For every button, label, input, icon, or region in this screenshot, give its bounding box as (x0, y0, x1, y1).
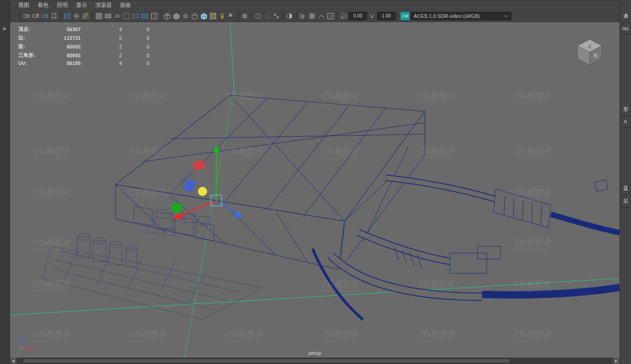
smooth-shade-icon[interactable] (172, 12, 181, 20)
snap-curve-icon[interactable] (317, 12, 325, 20)
lock-camera-icon[interactable] (32, 12, 40, 20)
grid-icon[interactable] (95, 12, 103, 20)
camera-settings-icon[interactable] (41, 12, 49, 20)
wireframe-scene (10, 22, 620, 358)
svg-point-2 (37, 13, 39, 15)
exposure-icon[interactable] (285, 12, 294, 20)
gate-mask-icon[interactable] (113, 12, 121, 20)
scroll-thumb[interactable] (23, 359, 510, 363)
svg-point-18 (230, 17, 234, 19)
menu-renderer[interactable]: 渲染器 (95, 1, 112, 9)
svg-line-58 (60, 251, 239, 292)
viewport[interactable]: 顶点: 56367 4 0边: 113731 5 0面: 60692 2 0三角… (10, 22, 620, 358)
display-tab[interactable]: 显 (620, 182, 631, 195)
svg-line-111 (22, 348, 32, 350)
menu-view[interactable]: 视图 (18, 1, 29, 9)
svg-point-103 (198, 187, 207, 196)
stat-label: 边: (18, 33, 44, 42)
image-plane-icon[interactable] (63, 12, 71, 20)
svg-point-25 (277, 16, 279, 18)
svg-line-113 (19, 348, 22, 350)
film-gate-icon[interactable] (104, 12, 112, 20)
stat-value: 0 (122, 60, 149, 67)
wireframe-icon[interactable] (163, 12, 171, 20)
stat-value: 113731 (44, 33, 81, 42)
gamma-icon[interactable] (368, 12, 376, 20)
snap-grid-icon[interactable] (308, 12, 316, 20)
stat-value: 2 (81, 51, 122, 60)
refresh-icon[interactable] (340, 12, 348, 20)
select-mode-icon[interactable] (299, 12, 307, 20)
exposure-input[interactable] (349, 12, 367, 20)
expand-left-icon[interactable] (2, 26, 8, 32)
svg-line-34 (230, 22, 235, 95)
stat-value: 60692 (44, 51, 81, 60)
channel-tab[interactable]: 通 (620, 10, 631, 23)
svg-line-65 (187, 269, 207, 308)
menu-panels[interactable]: 面板 (120, 1, 131, 9)
modeling-tab[interactable]: mc (620, 23, 631, 34)
svg-rect-6 (106, 15, 110, 17)
stat-value: 4 (81, 60, 122, 67)
menu-lighting[interactable]: 照明 (57, 1, 68, 9)
stat-label: 面: (18, 42, 44, 51)
svg-marker-57 (42, 246, 262, 320)
stat-label: 三角形: (18, 51, 44, 60)
gamma-input[interactable] (377, 12, 395, 20)
svg-point-16 (221, 14, 224, 16)
scroll-left-icon[interactable]: ◄ (10, 358, 16, 364)
svg-rect-9 (124, 13, 129, 19)
stat-value: 60692 (44, 42, 81, 51)
svg-rect-12 (143, 15, 147, 17)
xray-icon[interactable] (254, 12, 262, 20)
view-cube[interactable]: 上 右 (574, 36, 606, 68)
color-management-badge[interactable]: CM (401, 12, 410, 20)
svg-line-63 (127, 256, 143, 292)
field-chart-icon[interactable] (122, 12, 131, 20)
snap-point-icon[interactable] (326, 12, 335, 20)
wire-on-shaded-icon[interactable] (200, 12, 208, 20)
bookmark-icon[interactable] (50, 12, 58, 20)
use-all-lights-icon[interactable] (181, 12, 190, 20)
safe-action-icon[interactable] (132, 12, 140, 20)
grease-pencil-icon[interactable] (82, 12, 90, 20)
svg-marker-92 (594, 180, 608, 191)
left-gutter (0, 0, 10, 364)
stat-value: 0 (122, 51, 149, 60)
svg-rect-28 (313, 14, 314, 16)
axis-gizmo: z x (18, 335, 35, 351)
menu-display[interactable]: 显示 (76, 1, 87, 9)
resolution-gate-icon[interactable] (150, 12, 158, 20)
stat-value: 2 (81, 42, 122, 51)
stat-value: 0 (122, 25, 149, 33)
node-tab[interactable]: n (620, 116, 631, 127)
shape-tab[interactable]: 形 (620, 103, 631, 116)
safe-title-icon[interactable] (141, 12, 149, 20)
xray-active-icon[interactable] (263, 12, 271, 20)
shadows-toggle-icon[interactable] (227, 12, 236, 20)
stat-label: 顶点: (18, 25, 44, 33)
menu-shading[interactable]: 着色 (38, 1, 49, 9)
stat-value: 0 (122, 42, 149, 51)
xray-joints-icon[interactable] (272, 12, 280, 20)
select-camera-icon[interactable] (22, 12, 31, 20)
colorspace-dropdown[interactable]: ACES 1.0 SDR-video (sRGB) (411, 12, 511, 20)
stat-value: 56367 (44, 25, 81, 33)
use-lights-icon[interactable] (218, 12, 226, 20)
svg-line-64 (157, 262, 175, 299)
shadows-icon[interactable] (191, 12, 199, 20)
svg-rect-1 (33, 15, 37, 17)
svg-rect-10 (133, 14, 138, 18)
layer-tab[interactable]: 层 (620, 195, 631, 208)
horizontal-scrollbar[interactable]: ◄ ► (10, 358, 620, 364)
viewport-menu-bar: 视图 着色 照明 显示 渲染器 面板 (0, 0, 631, 10)
scroll-right-icon[interactable]: ► (613, 358, 620, 364)
isolate-select-icon[interactable] (241, 12, 249, 20)
stat-label: UV: (18, 60, 44, 67)
svg-point-32 (330, 15, 331, 16)
svg-rect-8 (115, 15, 119, 17)
svg-text:x: x (32, 348, 34, 351)
camera-label: persp (308, 350, 321, 356)
2d-pan-icon[interactable] (72, 12, 81, 20)
textured-icon[interactable] (209, 12, 217, 20)
